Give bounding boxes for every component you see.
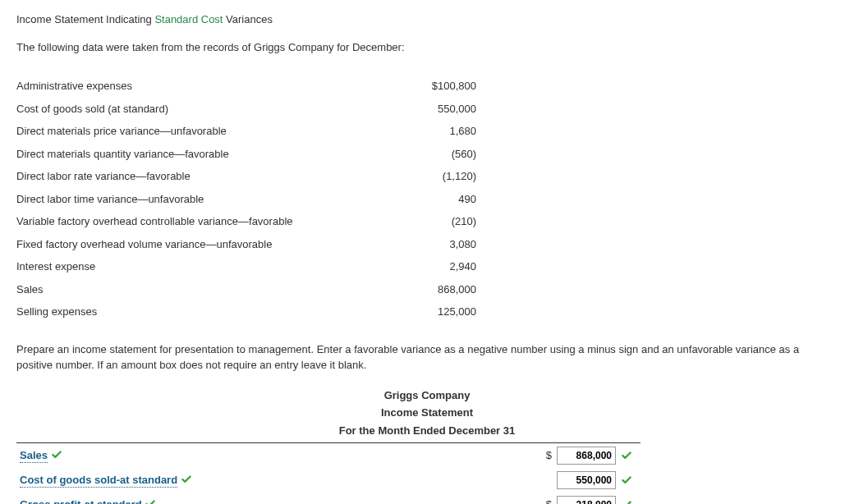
records-label: Selling expenses [16, 300, 345, 323]
worksheet-row-amount-cell: $ [468, 447, 632, 465]
records-label: Fixed factory overhead volume variance—u… [16, 233, 345, 256]
worksheet-row: Gross profit-at standard $ [16, 493, 640, 504]
records-label: Direct labor time variance—unfavorable [16, 188, 345, 211]
worksheet-row: Sales $ [16, 443, 640, 468]
records-label: Cost of goods sold (at standard) [16, 98, 345, 121]
worksheet-heading: Griggs Company Income Statement For the … [189, 387, 665, 440]
records-label: Direct labor rate variance—favorable [16, 165, 345, 188]
records-value: (1,120) [345, 165, 509, 188]
records-label: Administrative expenses [16, 75, 345, 98]
dollar-sign-empty [549, 472, 552, 488]
amount-input[interactable] [557, 447, 616, 465]
records-row: Sales868,000 [16, 278, 509, 301]
dollar-sign: $ [546, 497, 552, 504]
title-pre: Income Statement Indicating [16, 13, 154, 25]
records-label: Variable factory overhead controllable v… [16, 210, 345, 233]
records-value: 490 [345, 188, 509, 211]
check-icon [145, 498, 156, 504]
records-value: (560) [345, 143, 509, 166]
check-icon [621, 474, 632, 486]
records-label: Interest expense [16, 255, 345, 278]
worksheet-area: Sales $ Cost of goods sold-at standard G… [16, 442, 640, 504]
worksheet-row-label-cell: Sales [16, 447, 468, 464]
records-value: 3,080 [345, 233, 509, 256]
worksheet-row-amount-cell: $ [468, 496, 632, 504]
records-value: $100,800 [345, 75, 509, 98]
records-row: Fixed factory overhead volume variance—u… [16, 233, 509, 256]
records-row: Administrative expenses$100,800 [16, 75, 509, 98]
heading-period: For the Month Ended December 31 [189, 422, 665, 440]
check-icon [51, 449, 62, 460]
check-icon [621, 499, 632, 504]
records-table: Administrative expenses$100,800Cost of g… [16, 75, 509, 323]
worksheet-row-label[interactable]: Cost of goods sold-at standard [20, 474, 177, 488]
records-row: Direct materials quantity variance—favor… [16, 143, 509, 166]
worksheet-row-label-cell: Gross profit-at standard [16, 497, 468, 504]
instructions-text: Prepare an income statement for presenta… [16, 341, 838, 373]
amount-input[interactable] [557, 471, 616, 489]
records-value: 125,000 [345, 300, 509, 323]
records-value: 2,940 [345, 255, 509, 278]
page-title: Income Statement Indicating Standard Cos… [16, 11, 838, 28]
worksheet-row-label[interactable]: Sales [20, 449, 48, 463]
intro-text: The following data were taken from the r… [16, 39, 838, 56]
records-row: Direct labor rate variance—favorable(1,1… [16, 165, 509, 188]
records-row: Cost of goods sold (at standard)550,000 [16, 98, 509, 121]
records-label: Sales [16, 278, 345, 301]
records-row: Variable factory overhead controllable v… [16, 210, 509, 233]
check-icon [181, 474, 192, 485]
records-value: 550,000 [345, 98, 509, 121]
records-label: Direct materials price variance—unfavora… [16, 120, 345, 143]
heading-statement: Income Statement [189, 404, 665, 422]
title-highlight: Standard Cost [154, 13, 223, 25]
records-value: 1,680 [345, 120, 509, 143]
records-row: Direct materials price variance—unfavora… [16, 120, 509, 143]
records-row: Interest expense2,940 [16, 255, 509, 278]
dollar-sign: $ [546, 447, 552, 464]
records-value: 868,000 [345, 278, 509, 301]
records-row: Selling expenses125,000 [16, 300, 509, 323]
records-value: (210) [345, 210, 509, 233]
title-post: Variances [223, 13, 272, 25]
worksheet-row-label[interactable]: Gross profit-at standard [20, 498, 142, 504]
heading-company: Griggs Company [189, 387, 665, 405]
worksheet-row-amount-cell [468, 471, 632, 489]
records-label: Direct materials quantity variance—favor… [16, 143, 345, 166]
amount-input[interactable] [557, 496, 616, 504]
worksheet-row: Cost of goods sold-at standard [16, 468, 640, 493]
check-icon [621, 450, 632, 461]
records-row: Direct labor time variance—unfavorable49… [16, 188, 509, 211]
worksheet-row-label-cell: Cost of goods sold-at standard [16, 472, 468, 488]
